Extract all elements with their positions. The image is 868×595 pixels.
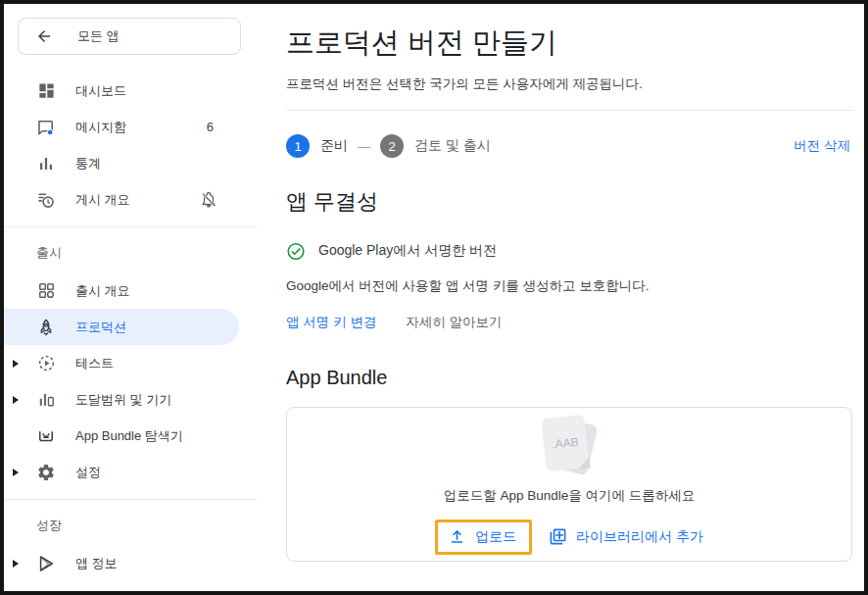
app-bundle-heading: App Bundle	[286, 367, 854, 389]
release-stepper: 1 준비 — 2 검토 및 출시 버전 삭제	[286, 134, 854, 158]
reach-devices-icon	[36, 390, 56, 410]
app-integrity-heading: 앱 무결성	[286, 187, 854, 217]
main-content: 프로덕션 버전 만들기 프로덕션 버전은 선택한 국가의 모든 사용자에게 제공…	[257, 4, 864, 591]
integrity-description: Google에서 버전에 사용할 앱 서명 키를 생성하고 보호합니다.	[286, 277, 854, 295]
sidebar-item-label: 게시 개요	[75, 191, 130, 209]
add-from-library-label: 라이브러리에서 추가	[576, 528, 703, 546]
inbox-count-badge: 6	[207, 120, 239, 134]
all-apps-label: 모든 앱	[77, 27, 120, 45]
delete-release-link[interactable]: 버전 삭제	[794, 137, 850, 155]
sidebar-item-app-info[interactable]: 앱 정보	[4, 545, 239, 581]
stats-icon	[36, 154, 56, 174]
upload-button[interactable]: 업로드	[447, 527, 516, 547]
publishing-overview-icon	[36, 190, 56, 210]
sidebar-item-label: 테스트	[75, 355, 114, 372]
expand-arrow-icon[interactable]	[13, 469, 19, 476]
sidebar-section-release: 출시	[4, 227, 257, 273]
integrity-links: 앱 서명 키 변경 자세히 알아보기	[286, 314, 854, 331]
sidebar-item-publishing-overview[interactable]: 게시 개요	[4, 181, 239, 218]
sidebar-item-app-bundle-explorer[interactable]: App Bundle 탐색기	[4, 418, 239, 454]
step-1-circle: 1	[286, 134, 310, 158]
header-divider	[286, 110, 854, 111]
signed-by-google-play-label: Google Play에서 서명한 버전	[318, 242, 497, 260]
drop-actions: 업로드 라이브러리에서 추가	[435, 520, 703, 555]
aab-file-ext-label: .AAB	[552, 434, 580, 451]
sidebar-item-label: 앱 정보	[75, 555, 118, 572]
dashboard-icon	[36, 81, 56, 101]
sidebar-item-statistics[interactable]: 통계	[4, 145, 239, 181]
signed-by-google-play-row: Google Play에서 서명한 버전	[286, 241, 854, 261]
sidebar-item-label: 도달범위 및 기기	[75, 391, 171, 409]
aab-file-icon: .AAB	[540, 415, 599, 475]
production-icon	[36, 318, 56, 337]
step-separator: —	[358, 139, 370, 154]
arrow-left-icon	[34, 26, 54, 46]
expand-arrow-icon[interactable]	[13, 560, 19, 568]
sidebar-item-dashboard[interactable]: 대시보드	[4, 73, 239, 109]
sidebar-item-label: 프로덕션	[75, 319, 126, 336]
upload-button-highlight: 업로드	[435, 520, 532, 555]
sidebar-item-releases-overview[interactable]: 출시 개요	[4, 273, 239, 309]
sidebar-item-label: 설정	[75, 464, 101, 481]
notifications-off-icon	[200, 191, 239, 209]
upload-icon	[447, 527, 466, 547]
releases-overview-icon	[36, 281, 56, 301]
sidebar: 모든 앱 대시보드 메시지함 6 통계	[4, 4, 257, 591]
step-prepare: 1 준비	[286, 134, 348, 158]
sidebar-item-label: 출시 개요	[75, 282, 130, 300]
app-bundle-explorer-icon	[36, 426, 56, 446]
app-info-icon	[36, 554, 56, 573]
change-signing-key-link[interactable]: 앱 서명 키 변경	[286, 314, 376, 331]
expand-arrow-icon[interactable]	[13, 396, 19, 404]
inbox-icon	[36, 118, 56, 137]
sidebar-item-label: 통계	[75, 155, 101, 173]
library-add-icon	[548, 527, 567, 547]
sidebar-item-inbox[interactable]: 메시지함 6	[4, 109, 239, 145]
drop-instruction-text: 업로드할 App Bundle을 여기에 드롭하세요	[444, 487, 696, 505]
upload-button-label: 업로드	[475, 528, 516, 546]
testing-icon	[36, 354, 56, 373]
sidebar-item-label: 메시지함	[75, 119, 126, 136]
app-window: 모든 앱 대시보드 메시지함 6 통계	[0, 0, 868, 595]
sidebar-item-label: App Bundle 탐색기	[75, 427, 183, 445]
check-circle-icon	[286, 241, 306, 261]
sidebar-item-reach-devices[interactable]: 도달범위 및 기기	[4, 381, 239, 418]
all-apps-back-button[interactable]: 모든 앱	[18, 18, 241, 55]
settings-icon	[36, 463, 56, 482]
page-title: 프로덕션 버전 만들기	[286, 24, 854, 63]
sidebar-item-testing[interactable]: 테스트	[4, 345, 239, 381]
step-1-label: 준비	[320, 137, 348, 155]
add-from-library-button[interactable]: 라이브러리에서 추가	[548, 527, 703, 547]
step-review-release: 2 검토 및 출시	[380, 134, 491, 158]
app-bundle-drop-zone[interactable]: .AAB 업로드할 App Bundle을 여기에 드롭하세요 업로드	[286, 407, 852, 562]
sidebar-item-setup[interactable]: 설정	[4, 454, 239, 490]
sidebar-item-label: 대시보드	[75, 82, 126, 100]
expand-arrow-icon[interactable]	[13, 360, 19, 368]
page-subtitle: 프로덕션 버전은 선택한 국가의 모든 사용자에게 제공됩니다.	[286, 75, 854, 93]
sidebar-section-growth: 성장	[4, 500, 257, 545]
learn-more-link[interactable]: 자세히 알아보기	[406, 314, 502, 331]
step-2-label: 검토 및 출시	[414, 137, 491, 155]
step-2-circle: 2	[380, 134, 404, 158]
sidebar-item-production[interactable]: 프로덕션	[4, 309, 239, 345]
